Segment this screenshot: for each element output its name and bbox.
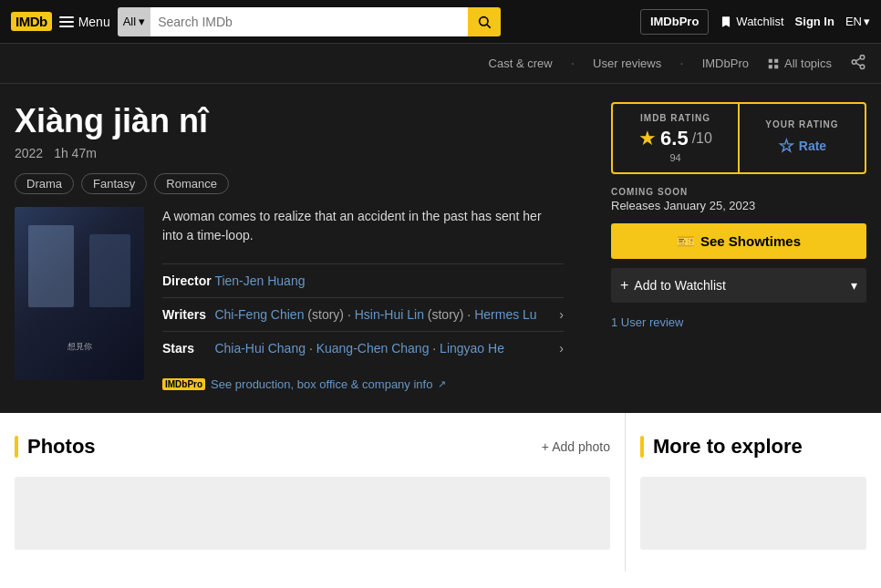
writers-label: Writers — [162, 298, 214, 332]
chevron-down-icon: ▾ — [851, 278, 857, 293]
user-reviews-link[interactable]: User reviews — [593, 57, 661, 70]
photos-placeholder — [15, 477, 610, 550]
rating-count: 94 — [626, 152, 725, 163]
search-icon — [477, 15, 492, 29]
showtimes-label: See Showtimes — [700, 233, 801, 249]
genres-list: Drama Fantasy Romance — [15, 173, 593, 194]
svg-rect-5 — [774, 65, 778, 68]
section-accent — [15, 436, 18, 458]
imdb-rating-label: IMDb RATING — [626, 113, 725, 123]
imdbpro-credit-link[interactable]: See production, box office & company inf… — [211, 377, 432, 391]
hero-section: Xiàng jiàn nî 2022 1h 47m Drama Fantasy … — [0, 84, 881, 413]
plus-icon: + — [620, 277, 628, 294]
language-label: EN — [845, 15, 862, 28]
search-filter-label: All — [123, 15, 136, 28]
watchlist-header-button[interactable]: Watchlist — [720, 15, 783, 28]
user-review-link[interactable]: 1 User review — [611, 315, 683, 329]
menu-button[interactable]: Menu — [59, 15, 110, 29]
language-button[interactable]: EN ▾ — [845, 15, 870, 28]
add-photo-label: + Add photo — [542, 439, 610, 454]
svg-rect-3 — [774, 58, 778, 62]
writer1-role: (story) · — [307, 307, 354, 322]
coming-soon-label: COMING SOON — [611, 187, 866, 197]
grid-icon — [767, 57, 780, 70]
section-accent — [640, 436, 644, 458]
credits-table: Director Tien-Jen Huang Writers Chi-Feng… — [162, 263, 564, 365]
chevron-down-icon: ▾ — [864, 15, 870, 28]
director-link[interactable]: Tien-Jen Huang — [214, 273, 305, 288]
all-topics-button[interactable]: All topics — [767, 57, 832, 70]
movie-duration: 1h 47m — [54, 146, 97, 160]
star3-link[interactable]: Lingyao He — [440, 341, 504, 356]
hero-left: Xiàng jiàn nî 2022 1h 47m Drama Fantasy … — [15, 102, 593, 391]
add-watchlist-button[interactable]: + Add to Watchlist ▾ — [611, 268, 866, 303]
star-filled-icon: ★ — [638, 127, 657, 150]
your-rating-section: YOUR RATING ☆ Rate — [740, 104, 865, 172]
director-row: Director Tien-Jen Huang — [162, 264, 564, 298]
director-label: Director — [162, 264, 214, 298]
imdbpro-badge: IMDbPro — [162, 378, 205, 390]
search-input[interactable] — [150, 7, 468, 36]
star-separator2: · — [432, 341, 440, 356]
ticket-icon: 🎫 — [677, 232, 695, 250]
top-cast-section: Top cast › Edit Chia-Hui Chang — [0, 572, 881, 588]
coming-soon-box: COMING SOON Releases January 25, 2023 — [611, 187, 866, 212]
signin-button[interactable]: Sign In — [795, 15, 834, 28]
add-photo-button[interactable]: + Add photo — [542, 439, 610, 454]
more-to-explore-section: More to explore — [626, 413, 881, 572]
rate-button[interactable]: ☆ Rate — [778, 135, 826, 157]
lower-flex: Photos + Add photo More to explore — [0, 413, 881, 572]
stars-expand-icon[interactable]: › — [559, 341, 564, 356]
genre-romance[interactable]: Romance — [154, 173, 229, 194]
writer2-link[interactable]: Hsin-Hui Lin — [355, 307, 424, 322]
rating-value: 6.5 — [660, 127, 689, 150]
genre-drama[interactable]: Drama — [15, 173, 74, 194]
watchlist-add-left: + Add to Watchlist — [620, 277, 726, 294]
imdbpro-header-button[interactable]: IMDbPro — [640, 9, 709, 35]
rate-label: Rate — [799, 139, 826, 153]
movie-title: Xiàng jiàn nî — [15, 102, 593, 140]
photos-section-title: Photos — [27, 435, 96, 459]
star2-link[interactable]: Kuang-Chen Chang — [316, 341, 430, 356]
search-button[interactable] — [468, 7, 501, 36]
hero-right: IMDb RATING ★ 6.5 /10 94 YOUR RATING ☆ R… — [593, 102, 866, 391]
star-separator1: · — [309, 341, 316, 356]
writers-expand-icon[interactable]: › — [559, 307, 564, 322]
movie-year: 2022 — [15, 146, 43, 160]
svg-line-1 — [487, 25, 491, 28]
genre-fantasy[interactable]: Fantasy — [81, 173, 147, 194]
second-nav: Cast & crew · User reviews · IMDbPro All… — [0, 44, 881, 84]
imdb-rating-section: IMDb RATING ★ 6.5 /10 94 — [613, 104, 740, 172]
movie-info: A woman comes to realize that an acciden… — [162, 207, 593, 391]
explore-section-title: More to explore — [653, 435, 803, 459]
movie-meta: 2022 1h 47m — [15, 146, 593, 160]
showtimes-button[interactable]: 🎫 See Showtimes — [611, 223, 866, 259]
photos-section: Photos + Add photo — [0, 413, 626, 572]
cast-crew-link[interactable]: Cast & crew — [489, 57, 553, 70]
explore-placeholder — [640, 477, 866, 550]
menu-label: Menu — [78, 15, 110, 29]
header: IMDb Menu All ▾ IMDbPro Watchlist Sign I… — [0, 0, 881, 44]
bookmark-icon — [720, 15, 732, 28]
search-filter-select[interactable]: All ▾ — [118, 7, 150, 36]
imdbpro-nav-link[interactable]: IMDbPro — [702, 57, 749, 70]
svg-line-9 — [855, 63, 860, 66]
movie-poster-area: + 想見你 A woman comes to realize that an a… — [15, 207, 593, 391]
rating-box: IMDb RATING ★ 6.5 /10 94 YOUR RATING ☆ R… — [611, 102, 866, 174]
svg-point-6 — [860, 56, 865, 60]
share-icon — [850, 54, 866, 70]
share-button[interactable] — [850, 54, 866, 73]
movie-poster: + 想見你 — [15, 207, 144, 380]
watchlist-header-label: Watchlist — [736, 15, 783, 28]
svg-point-7 — [852, 60, 856, 65]
star1-link[interactable]: Chia-Hui Chang — [214, 341, 306, 356]
writer3-link[interactable]: Hermes Lu — [474, 307, 536, 322]
svg-point-8 — [860, 65, 865, 69]
star-outline-icon: ☆ — [778, 135, 794, 157]
photos-section-header: Photos + Add photo — [15, 435, 610, 459]
release-date: Releases January 25, 2023 — [611, 199, 866, 212]
stars-row: Stars Chia-Hui Chang · Kuang-Chen Chang … — [162, 332, 564, 366]
nav-divider: · — [571, 56, 575, 72]
nav-divider: · — [679, 56, 683, 72]
writer1-link[interactable]: Chi-Feng Chien — [214, 307, 304, 322]
